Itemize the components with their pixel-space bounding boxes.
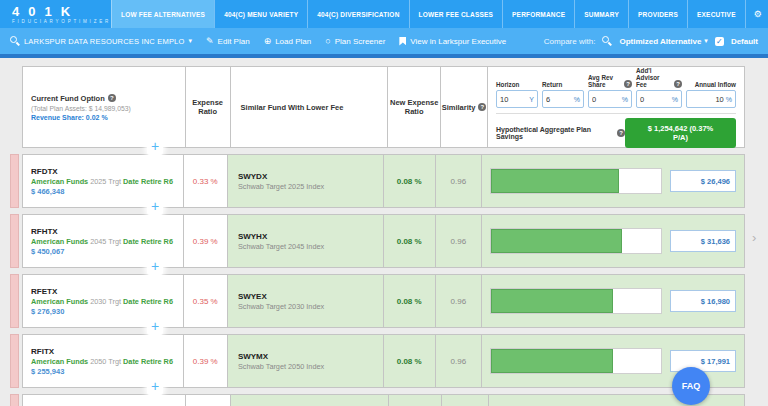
fund-brand: American Funds (31, 357, 88, 366)
help-icon[interactable]: ? (108, 94, 116, 102)
help-icon[interactable]: ? (478, 103, 486, 111)
pencil-icon: ✎ (206, 37, 214, 46)
current-fund-title: Current Fund Option ? (31, 94, 177, 103)
bookmark-icon (399, 37, 406, 46)
fund-mid: 2025 Trgt (88, 177, 123, 186)
horizon-input[interactable] (500, 95, 527, 104)
expense-ratio-value: 0.39 % (193, 357, 218, 366)
compare-selector[interactable]: Optimized Alternative ▾ (619, 37, 707, 46)
expense-ratio-cell (186, 395, 231, 406)
alt-fund-name: Schwab Target 2045 Index (238, 242, 373, 251)
fund-row: RFHTX American Funds 2045 Trgt Date Reti… (22, 214, 745, 268)
fund-assets: $ 466,348 (31, 187, 175, 196)
similarity-value: 0.96 (451, 357, 467, 366)
fund-name: American Funds 2045 Trgt Date Retire R6 (31, 237, 175, 246)
annual-inflow-unit: % (724, 96, 732, 103)
logo-subtext: FIDUCIARYOPTIMIZER (12, 19, 111, 24)
similar-fund-cell[interactable]: SWYEX Schwab Target 2030 Index (228, 275, 384, 327)
tab-summary[interactable]: SUMMARY (574, 0, 628, 28)
row-indicator-strip (10, 334, 19, 388)
avg-rev-share-input[interactable] (592, 95, 620, 104)
fund-brand: American Funds (31, 237, 88, 246)
tab-providers[interactable]: PROVIDERS (628, 0, 687, 28)
header-similarity: Similarity ? (441, 67, 488, 147)
savings-bar-fill (491, 169, 619, 193)
similar-fund-cell[interactable]: SWYMX Schwab Target 2050 Index (228, 335, 384, 387)
add-row-icon[interactable]: + (147, 259, 163, 275)
chevron-down-icon: ▾ (189, 37, 193, 45)
advisor-fee-label-text: Add'l Advisor Fee (636, 67, 672, 88)
tab-404c-diversification[interactable]: 404(C) DIVERSIFICATION (307, 0, 408, 28)
add-row-icon[interactable]: + (147, 199, 163, 215)
gear-icon: ⚙ (754, 10, 762, 19)
tab-executive[interactable]: EXECUTIVE (687, 0, 745, 28)
return-inputbox: % (542, 90, 584, 108)
header-expense-ratio: Expense Ratio (186, 67, 231, 147)
add-row-icon[interactable]: + (147, 319, 163, 335)
compare-search-icon[interactable] (602, 36, 612, 46)
plan-selector[interactable]: LARKSPUR DATA RESOURCES INC EMPLO ▾ (10, 36, 192, 46)
scroll-right-icon[interactable]: › (752, 230, 756, 245)
content-area: Current Fund Option ? (Total Plan Assets… (0, 58, 768, 406)
similar-fund-cell[interactable] (231, 395, 389, 406)
savings-amount[interactable]: $ 17,991 (670, 350, 736, 372)
new-expense-value: 0.08 % (397, 237, 422, 246)
fund-mid: 2050 Trgt (88, 357, 123, 366)
help-icon[interactable]: ? (617, 129, 625, 137)
faq-button[interactable]: FAQ (672, 367, 710, 405)
load-plan-button[interactable]: ⊕ Load Plan (264, 37, 312, 46)
view-executive-button[interactable]: View in Larkspur Executive (399, 37, 506, 46)
annual-inflow-control: Annual Inflow % (686, 72, 736, 108)
nav-icon-group: ⚙ ✉ PDF ≡ (745, 0, 768, 28)
app-logo[interactable]: 401K FIDUCIARYOPTIMIZER (0, 0, 111, 28)
annual-inflow-label: Annual Inflow (686, 72, 736, 88)
add-row-icon[interactable]: + (147, 139, 163, 155)
fund-suffix: Date Retire R6 (123, 297, 173, 306)
current-fund-title-text: Current Fund Option (31, 94, 105, 103)
tab-lower-fee-classes[interactable]: LOWER FEE CLASSES (409, 0, 503, 28)
savings-bar-fill (491, 349, 613, 373)
settings-button[interactable]: ⚙ (745, 0, 768, 28)
plan-screener-button[interactable]: ○ Plan Screener (325, 37, 385, 46)
default-checkbox[interactable]: ✓ (715, 37, 724, 46)
advisor-fee-input[interactable] (640, 95, 670, 104)
total-plan-assets: (Total Plan Assets: $ 14,989,053) (31, 105, 177, 112)
similar-fund-cell[interactable]: SWYDX Schwab Target 2025 Index (228, 155, 384, 207)
similar-fund-cell[interactable]: SWYHX Schwab Target 2045 Index (228, 215, 384, 267)
add-row-icon[interactable]: + (147, 379, 163, 395)
help-icon[interactable]: ? (674, 80, 682, 88)
similarity-value: 0.96 (451, 297, 467, 306)
avg-rev-share-label-text: Avg Rev Share (588, 74, 622, 88)
savings-amount[interactable]: $ 31,636 (670, 230, 736, 252)
savings-amount[interactable]: $ 26,496 (670, 170, 736, 192)
savings-bar-track (490, 348, 662, 374)
annual-inflow-input[interactable] (690, 95, 724, 104)
help-icon[interactable]: ? (624, 80, 632, 88)
fund-ticker: RFDTX (31, 167, 175, 176)
header-controls-panel: Horizon Y Return % Avg Rev Share (488, 67, 744, 147)
compare-selector-value: Optimized Alternative (619, 37, 701, 46)
plan-screener-label: Plan Screener (335, 37, 386, 46)
return-input[interactable] (546, 95, 572, 104)
new-expense-value: 0.08 % (397, 177, 422, 186)
avg-rev-share-control: Avg Rev Share ? % (588, 72, 632, 108)
savings-bar-fill (491, 289, 613, 313)
toolbar-left: LARKSPUR DATA RESOURCES INC EMPLO ▾ ✎ Ed… (10, 36, 544, 46)
load-plan-label: Load Plan (275, 37, 311, 46)
similarity-cell: 0.96 (436, 275, 482, 327)
table-header: Current Fund Option ? (Total Plan Assets… (22, 66, 745, 148)
advisor-fee-unit: % (670, 96, 678, 103)
tab-404c-menu-variety[interactable]: 404(C) MENU VARIETY (214, 0, 307, 28)
alt-fund-ticker: SWYDX (238, 172, 373, 181)
horizon-unit: Y (527, 96, 534, 103)
savings-amount[interactable]: $ 16,980 (670, 290, 736, 312)
aggregate-savings-button[interactable]: $ 1,254,642 (0.37% P/A) (625, 118, 736, 148)
edit-plan-button[interactable]: ✎ Edit Plan (206, 37, 250, 46)
fund-suffix: Date Retire R6 (123, 177, 173, 186)
fund-mid: 2045 Trgt (88, 237, 123, 246)
tab-low-fee-alternatives[interactable]: LOW FEE ALTERNATIVES (111, 0, 214, 28)
tab-performance[interactable]: PERFORMANCE (502, 0, 574, 28)
horizon-label: Horizon (496, 72, 538, 88)
alt-fund-ticker: SWYMX (238, 352, 373, 361)
current-fund-cell[interactable]: RFFTX (23, 395, 186, 406)
